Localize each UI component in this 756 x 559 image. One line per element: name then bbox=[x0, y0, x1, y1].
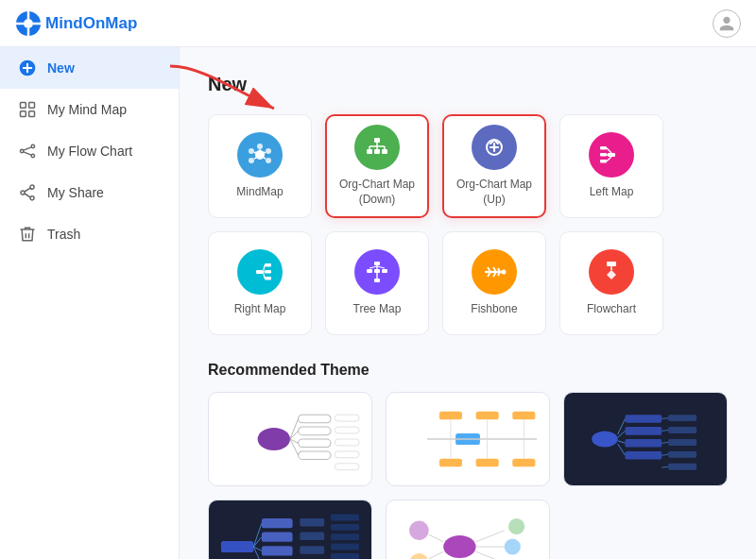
svg-line-82 bbox=[290, 419, 299, 440]
svg-line-55 bbox=[264, 274, 265, 279]
svg-rect-138 bbox=[331, 524, 359, 531]
theme-card-1[interactable] bbox=[208, 392, 372, 486]
svg-rect-10 bbox=[29, 111, 35, 117]
sidebar-item-my-mind-map[interactable]: My Mind Map bbox=[0, 89, 179, 130]
svg-rect-134 bbox=[300, 533, 324, 541]
svg-marker-74 bbox=[607, 270, 616, 280]
svg-rect-32 bbox=[374, 138, 380, 143]
svg-rect-126 bbox=[262, 533, 293, 542]
svg-line-150 bbox=[429, 534, 443, 542]
svg-rect-33 bbox=[367, 149, 372, 154]
svg-line-119 bbox=[662, 418, 668, 419]
svg-line-28 bbox=[264, 152, 266, 153]
theme-card-4[interactable] bbox=[208, 500, 372, 559]
org-down-label: Org-Chart Map(Down) bbox=[339, 178, 415, 207]
map-card-tree-map[interactable]: Tree Map bbox=[325, 231, 429, 335]
svg-rect-59 bbox=[374, 279, 380, 282]
sidebar-new-label: New bbox=[47, 60, 75, 76]
svg-rect-108 bbox=[626, 439, 662, 448]
svg-point-144 bbox=[443, 535, 475, 558]
svg-rect-52 bbox=[265, 277, 271, 280]
svg-line-113 bbox=[618, 444, 626, 455]
theme-preview-5 bbox=[387, 500, 549, 559]
svg-rect-9 bbox=[21, 111, 26, 117]
svg-rect-51 bbox=[265, 270, 271, 274]
svg-rect-109 bbox=[626, 451, 662, 460]
svg-rect-116 bbox=[668, 439, 696, 446]
svg-rect-57 bbox=[367, 269, 372, 273]
svg-line-121 bbox=[662, 442, 668, 443]
fishbone-label: Fishbone bbox=[471, 302, 517, 317]
svg-rect-141 bbox=[331, 553, 359, 559]
map-card-fishbone[interactable]: Fishbone bbox=[442, 231, 546, 335]
mindmap-label: MindMap bbox=[236, 185, 283, 200]
map-card-mindmap[interactable]: MindMap bbox=[208, 114, 312, 218]
svg-point-18 bbox=[30, 196, 34, 200]
svg-line-63 bbox=[377, 266, 385, 268]
mindmap-icon bbox=[237, 132, 283, 178]
svg-line-14 bbox=[24, 147, 31, 150]
theme-preview-4 bbox=[209, 500, 371, 559]
svg-line-122 bbox=[662, 454, 668, 455]
svg-rect-86 bbox=[335, 415, 359, 421]
svg-line-29 bbox=[264, 158, 266, 159]
sidebar-item-trash[interactable]: Trash bbox=[0, 213, 179, 255]
svg-line-31 bbox=[254, 158, 256, 159]
topbar: MindOnMap bbox=[0, 0, 756, 47]
map-card-org-down[interactable]: Org-Chart Map(Down) bbox=[325, 114, 429, 218]
svg-rect-96 bbox=[476, 459, 499, 467]
svg-line-120 bbox=[662, 431, 668, 432]
map-card-org-up[interactable]: Org-Chart Map (Up) bbox=[442, 114, 546, 218]
svg-point-24 bbox=[266, 158, 271, 163]
svg-rect-106 bbox=[626, 415, 662, 423]
theme-card-5[interactable] bbox=[386, 500, 550, 559]
svg-point-25 bbox=[249, 148, 254, 154]
theme-preview-3 bbox=[564, 393, 727, 485]
svg-rect-117 bbox=[668, 451, 696, 458]
map-card-flowchart[interactable]: Flowchart bbox=[559, 231, 663, 335]
user-avatar[interactable] bbox=[713, 9, 741, 38]
svg-rect-45 bbox=[600, 160, 607, 163]
share-icon bbox=[17, 182, 38, 203]
sidebar-item-my-flow-chart[interactable]: My Flow Chart bbox=[0, 130, 179, 172]
svg-line-62 bbox=[369, 266, 377, 268]
svg-rect-60 bbox=[382, 269, 387, 273]
user-icon bbox=[718, 15, 735, 32]
svg-point-21 bbox=[255, 150, 265, 160]
svg-rect-42 bbox=[608, 153, 615, 157]
flowchart-label: Flowchart bbox=[587, 302, 636, 317]
svg-line-151 bbox=[429, 551, 443, 559]
svg-rect-35 bbox=[382, 149, 387, 154]
svg-point-22 bbox=[257, 144, 263, 149]
svg-point-147 bbox=[508, 518, 524, 534]
svg-rect-140 bbox=[331, 544, 359, 551]
sidebar-item-my-share[interactable]: My Share bbox=[0, 172, 179, 213]
theme-card-2[interactable] bbox=[386, 392, 550, 486]
svg-rect-137 bbox=[331, 515, 359, 521]
svg-rect-94 bbox=[439, 459, 462, 467]
map-card-right-map[interactable]: Right Map bbox=[208, 231, 312, 335]
flowchart-icon bbox=[589, 249, 634, 295]
svg-line-130 bbox=[253, 537, 262, 547]
theme-grid bbox=[208, 392, 728, 559]
svg-point-105 bbox=[592, 431, 618, 447]
svg-point-17 bbox=[21, 191, 25, 195]
svg-rect-133 bbox=[300, 518, 324, 527]
svg-rect-127 bbox=[262, 546, 293, 555]
svg-line-15 bbox=[24, 152, 31, 155]
new-icon bbox=[17, 58, 38, 78]
tree-map-icon bbox=[354, 249, 400, 295]
svg-point-26 bbox=[249, 158, 254, 163]
sidebar-item-new[interactable]: New bbox=[0, 47, 179, 89]
svg-line-152 bbox=[476, 531, 505, 542]
main-content: New bbox=[180, 47, 756, 559]
svg-line-46 bbox=[607, 148, 611, 153]
map-card-left-map[interactable]: Left Map bbox=[559, 114, 663, 218]
svg-point-11 bbox=[21, 149, 24, 152]
logo[interactable]: MindOnMap bbox=[0, 10, 180, 37]
theme-card-3[interactable] bbox=[563, 392, 728, 486]
sidebar-my-share-label: My Share bbox=[47, 185, 104, 200]
logo-text: MindOnMap bbox=[45, 14, 137, 33]
svg-rect-78 bbox=[299, 415, 331, 423]
svg-rect-81 bbox=[299, 451, 331, 460]
